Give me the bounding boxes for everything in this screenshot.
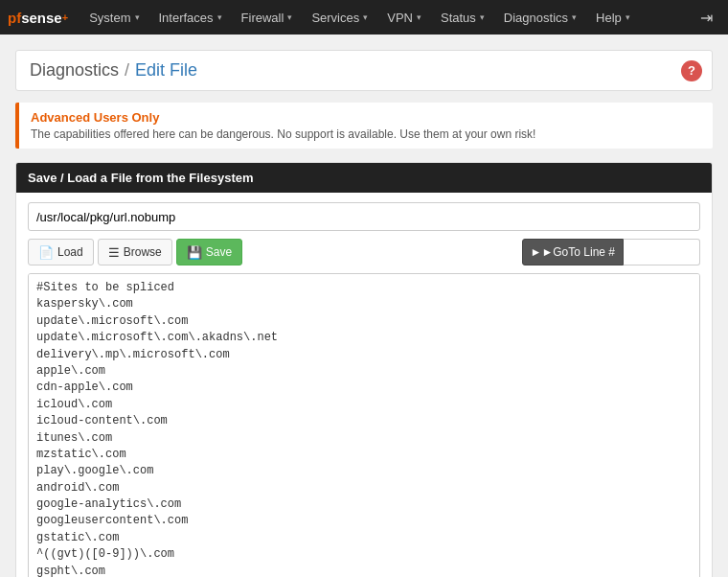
load-label: Load (57, 245, 83, 259)
panel-heading: Save / Load a File from the Filesystem (16, 163, 712, 193)
goto-button[interactable]: ►►GoTo Line # (522, 239, 624, 265)
breadcrumb: Diagnostics / Edit File ? (15, 50, 713, 91)
nav-diagnostics[interactable]: Diagnostics ▾ (494, 0, 586, 35)
save-icon: 💾 (187, 245, 202, 260)
nav-vpn[interactable]: VPN ▾ (377, 0, 431, 35)
logout-icon[interactable]: ⇥ (693, 9, 720, 27)
help-icon[interactable]: ? (681, 60, 702, 81)
save-label: Save (206, 245, 232, 259)
nav-diagnostics-arrow: ▾ (572, 12, 577, 22)
nav-interfaces-label: Interfaces (159, 11, 214, 25)
brand-plus: + (62, 12, 68, 23)
filesystem-panel: Save / Load a File from the Filesystem 📄… (15, 162, 713, 577)
brand-pf: pf (8, 10, 21, 26)
goto-row: ►►GoTo Line # (522, 239, 700, 265)
nav-firewall-arrow: ▾ (287, 12, 292, 22)
load-icon: 📄 (38, 245, 54, 260)
button-row: 📄 Load ☰ Browse 💾 Save ►►GoTo Line # (28, 239, 700, 265)
load-button[interactable]: 📄 Load (28, 239, 94, 265)
save-button[interactable]: 💾 Save (176, 239, 242, 265)
nav-firewall-label: Firewall (241, 11, 284, 25)
warning-text: The capabilities offered here can be dan… (31, 127, 701, 141)
brand-sense: sense (21, 10, 62, 26)
panel-body: 📄 Load ☰ Browse 💾 Save ►►GoTo Line # (16, 193, 712, 577)
nav-status-label: Status (441, 11, 476, 25)
nav-diagnostics-label: Diagnostics (504, 11, 568, 25)
nav-services-label: Services (311, 11, 359, 25)
nav-status[interactable]: Status ▾ (431, 0, 494, 35)
warning-title: Advanced Users Only (31, 110, 701, 125)
browse-icon: ☰ (108, 245, 120, 260)
brand-logo: pfsense+ (8, 10, 68, 26)
breadcrumb-parent: Diagnostics (30, 60, 119, 81)
nav-help[interactable]: Help ▾ (586, 0, 640, 35)
nav-status-arrow: ▾ (480, 12, 485, 22)
nav-interfaces-arrow: ▾ (217, 12, 222, 22)
nav-help-arrow: ▾ (626, 12, 630, 22)
breadcrumb-separator: / (125, 60, 129, 81)
nav-interfaces[interactable]: Interfaces ▾ (149, 0, 232, 35)
navbar: pfsense+ System ▾ Interfaces ▾ Firewall … (0, 0, 728, 35)
nav-help-label: Help (596, 11, 622, 25)
nav-services[interactable]: Services ▾ (302, 0, 377, 35)
nav-system-label: System (89, 11, 130, 25)
page-content: Diagnostics / Edit File ? Advanced Users… (0, 35, 728, 577)
filepath-input[interactable] (28, 202, 700, 231)
goto-input[interactable] (624, 239, 700, 265)
file-editor[interactable] (28, 273, 700, 577)
nav-vpn-arrow: ▾ (417, 12, 421, 22)
nav-services-arrow: ▾ (363, 12, 368, 22)
goto-label: ►►GoTo Line # (531, 245, 615, 259)
nav-vpn-label: VPN (387, 11, 413, 25)
browse-button[interactable]: ☰ Browse (98, 239, 172, 265)
breadcrumb-current[interactable]: Edit File (135, 60, 197, 81)
nav-system-arrow: ▾ (135, 12, 140, 22)
nav-system[interactable]: System ▾ (80, 0, 148, 35)
warning-box: Advanced Users Only The capabilities off… (15, 103, 713, 149)
nav-firewall[interactable]: Firewall ▾ (232, 0, 303, 35)
browse-label: Browse (124, 245, 162, 259)
